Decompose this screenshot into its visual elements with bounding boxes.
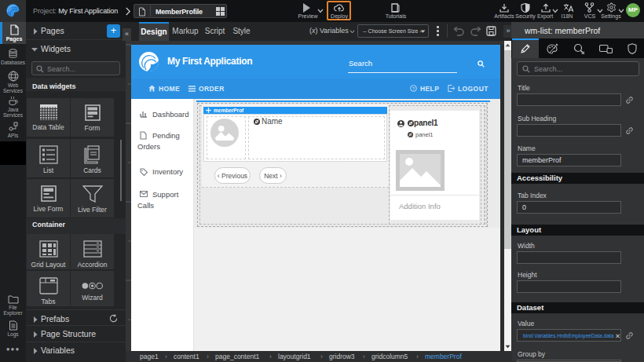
svg-text:?: ?	[412, 86, 415, 91]
